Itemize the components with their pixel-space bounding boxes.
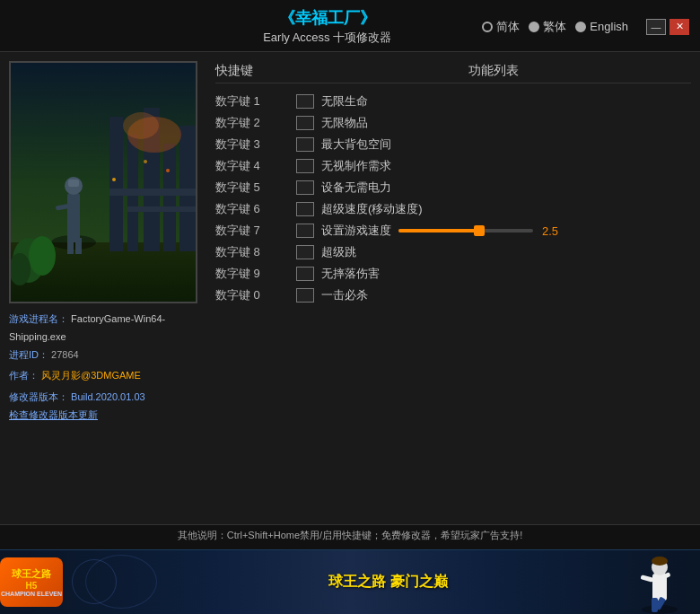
cheat-key-label: 数字键 1	[215, 93, 296, 110]
cheat-key-label: 数字键 0	[215, 287, 296, 303]
cheat-checkbox[interactable]	[296, 180, 314, 195]
app-title-main: 《幸福工厂》	[172, 7, 482, 29]
pid-row: 进程ID： 27864	[9, 346, 197, 364]
lang-simplified-label: 简体	[496, 19, 520, 35]
cheat-label: 无限生命	[321, 93, 691, 110]
radio-english	[575, 22, 586, 32]
left-panel: SATISFACTORY	[0, 52, 206, 531]
cheat-row: 数字键 6超级速度(移动速度)	[215, 198, 691, 220]
svg-point-19	[29, 236, 56, 276]
svg-point-23	[166, 169, 170, 172]
app-title-sub: Early Access 十项修改器	[263, 31, 391, 44]
window-buttons: — ✕	[646, 19, 689, 35]
cheat-label: 无限物品	[321, 115, 691, 131]
cheat-label: 一击必杀	[321, 287, 691, 303]
lang-english[interactable]: English	[575, 20, 628, 33]
cheat-label: 设备无需电力	[321, 180, 691, 196]
close-button[interactable]: ✕	[669, 19, 689, 35]
svg-rect-14	[68, 180, 79, 187]
slider-fill	[398, 229, 479, 232]
cheat-list: 数字键 1无限生命数字键 2无限物品数字键 3最大背包空间数字键 4无视制作需求…	[215, 91, 691, 306]
svg-rect-2	[109, 117, 123, 251]
cheat-key-label: 数字键 6	[215, 201, 296, 217]
ad-player-icon	[628, 551, 691, 614]
cheat-row: 数字键 0一击必杀	[215, 285, 691, 306]
pid-label: 进程ID：	[9, 349, 48, 360]
cheat-key-label: 数字键 8	[215, 244, 296, 260]
cheat-row: 数字键 5设备无需电力	[215, 177, 691, 198]
right-panel: 快捷键 功能列表 数字键 1无限生命数字键 2无限物品数字键 3最大背包空间数字…	[206, 52, 700, 531]
cheat-label: 无视制作需求	[321, 158, 691, 174]
cheat-row: 数字键 2无限物品	[215, 112, 691, 134]
cheat-checkbox[interactable]	[296, 159, 314, 173]
ad-logo-tag: CHAMPION ELEVEN	[1, 591, 62, 597]
bottom-bar: 其他说明：Ctrl+Shift+Home禁用/启用快捷键；免费修改器，希望玩家广…	[0, 524, 700, 549]
slider-thumb[interactable]	[474, 225, 485, 236]
slider-label: 设置游戏速度	[321, 223, 391, 239]
cheat-key-label: 数字键 2	[215, 115, 296, 131]
cheat-checkbox[interactable]	[296, 137, 314, 152]
cheat-row: 数字键 9无摔落伤害	[215, 263, 691, 285]
author-row: 作者： 风灵月影@3DMGAME	[9, 367, 197, 385]
ad-logo-main-text: 球王之路	[12, 567, 51, 581]
cheat-label: 最大背包空间	[321, 136, 691, 153]
slider-value: 2.5	[542, 224, 558, 238]
cheat-checkbox[interactable]	[296, 245, 314, 259]
cheat-label: 超级速度(移动速度)	[321, 201, 691, 217]
cheat-checkbox[interactable]	[296, 116, 314, 130]
slider-track[interactable]	[398, 229, 533, 232]
svg-point-22	[144, 160, 147, 163]
title-bar: 《幸福工厂》 Early Access 十项修改器 简体 繁体 English …	[0, 0, 700, 52]
cheat-key-label: 数字键 3	[215, 136, 296, 153]
svg-rect-8	[127, 206, 197, 212]
radio-simplified	[482, 22, 493, 32]
cheat-checkbox[interactable]	[296, 267, 314, 281]
author-value: 风灵月影@3DMGAME	[41, 370, 141, 381]
svg-point-21	[112, 178, 116, 181]
svg-rect-7	[109, 189, 197, 196]
cheat-checkbox[interactable]	[296, 288, 314, 303]
svg-rect-17	[75, 238, 82, 254]
pid-value: 27864	[51, 349, 79, 360]
cheat-header: 快捷键 功能列表	[215, 59, 691, 83]
game-image: SATISFACTORY	[9, 61, 197, 303]
hint-text: 其他说明：Ctrl+Shift+Home禁用/启用快捷键；免费修改器，希望玩家广…	[9, 529, 691, 542]
svg-rect-28	[640, 575, 653, 582]
ad-logo-sub: H5	[26, 581, 38, 591]
svg-point-27	[652, 557, 668, 566]
cheat-label: 超级跳	[321, 244, 691, 260]
update-link[interactable]: 检查修改器版本更新	[9, 409, 98, 420]
lang-traditional[interactable]: 繁体	[529, 19, 566, 35]
cheat-row: 数字键 4无视制作需求	[215, 155, 691, 177]
main-area: SATISFACTORY	[0, 52, 700, 531]
cheat-key-label: 数字键 7	[215, 223, 296, 239]
radio-traditional	[529, 22, 539, 32]
cheat-checkbox[interactable]	[296, 94, 314, 109]
ad-title: 球王之路 豪门之巅	[76, 573, 700, 592]
lang-simplified[interactable]: 简体	[482, 19, 520, 35]
game-artwork	[11, 63, 197, 303]
update-row[interactable]: 检查修改器版本更新	[9, 407, 197, 425]
cheat-row: 数字键 3最大背包空间	[215, 134, 691, 155]
version-value: Build.2020.01.03	[71, 391, 145, 402]
ad-banner[interactable]: 球王之路 H5 CHAMPION ELEVEN 球王之路 豪门之巅	[0, 549, 700, 614]
svg-rect-12	[67, 193, 80, 242]
svg-rect-16	[67, 238, 74, 254]
ad-deco-circle-2	[85, 555, 157, 609]
cheat-key-label: 数字键 4	[215, 158, 296, 174]
shortcut-column-header: 快捷键	[215, 63, 296, 79]
ad-text-area: 球王之路 豪门之巅	[76, 573, 700, 592]
lang-english-label: English	[590, 20, 628, 33]
language-area: 简体 繁体 English — ✕	[482, 19, 689, 35]
lang-traditional-label: 繁体	[543, 19, 566, 35]
bottom-section: 其他说明：Ctrl+Shift+Home禁用/启用快捷键；免费修改器，希望玩家广…	[0, 524, 700, 614]
process-label-row: 游戏进程名： FactoryGame-Win64-Shipping.exe	[9, 311, 197, 346]
cheat-checkbox[interactable]	[296, 202, 314, 216]
function-column-header: 功能列表	[296, 63, 691, 79]
ad-logo: 球王之路 H5 CHAMPION ELEVEN	[0, 557, 63, 607]
cheat-checkbox[interactable]	[296, 224, 314, 238]
cheat-label: 无摔落伤害	[321, 266, 691, 282]
author-label: 作者：	[9, 370, 39, 381]
minimize-button[interactable]: —	[646, 19, 666, 35]
version-label: 修改器版本：	[9, 391, 68, 402]
